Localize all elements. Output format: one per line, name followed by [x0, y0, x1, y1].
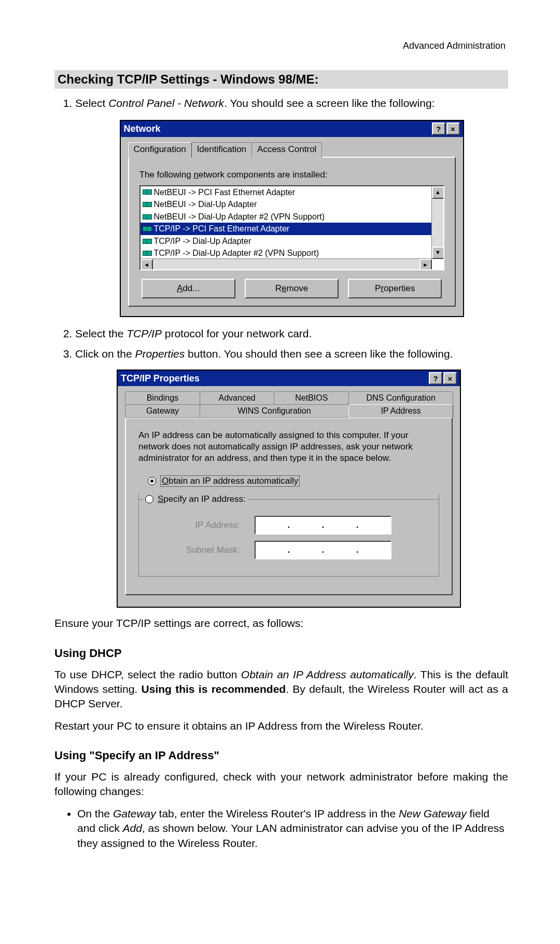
help-icon[interactable]: ? [432, 122, 445, 135]
network-dialog: Network ? × Configuration Identification… [120, 120, 464, 317]
rm-u: e [282, 283, 286, 293]
horizontal-scrollbar[interactable]: ◄ ► [141, 258, 432, 269]
dot: . [356, 520, 359, 530]
dot: . [287, 520, 290, 530]
properties-button[interactable]: Properties [348, 279, 442, 299]
list-item-label: NetBEUI -> Dial-Up Adapter #2 (VPN Suppo… [154, 211, 325, 223]
remove-button[interactable]: Remove [245, 279, 339, 299]
add-u: A [177, 283, 183, 293]
step1-text-c: . You should see a screen like the follo… [224, 97, 435, 109]
step3-a: Click on the [75, 348, 135, 360]
specify-heading: Using "Specify an IP Address" [54, 749, 508, 762]
dhcp-heading: Using DHCP [54, 647, 508, 660]
dot: . [287, 545, 290, 555]
network-title: Network [124, 122, 431, 135]
list-item[interactable]: NetBEUI -> Dial-Up Adapter #2 (VPN Suppo… [141, 211, 432, 223]
r1-rest: btain an IP address automatically [169, 476, 298, 486]
step2-c: protocol for your network card. [162, 327, 312, 339]
step2-a: Select the [75, 327, 127, 339]
dot: . [322, 520, 325, 530]
list-item-label: TCP/IP -> Dial-Up Adapter [154, 236, 251, 247]
dhcp-p1b: Obtain an IP Address automatically [241, 668, 414, 680]
step2-italic: TCP/IP [127, 327, 162, 339]
instr-a: The following [139, 170, 194, 180]
tab-ip-address[interactable]: IP Address [348, 404, 453, 418]
rm-a: R [275, 283, 282, 293]
list-item[interactable]: NetBEUI -> Dial-Up Adapter [141, 198, 432, 211]
instr-u: n [193, 170, 198, 180]
network-instr: The following network components are ins… [139, 169, 444, 181]
close-icon[interactable]: × [446, 122, 460, 135]
close-icon[interactable]: × [443, 372, 457, 385]
tab-advanced[interactable]: Advanced [200, 391, 275, 405]
tab-dns-configuration[interactable]: DNS Configuration [348, 391, 453, 405]
protocol-icon [143, 225, 152, 232]
tcpip-description: An IP address can be automatically assig… [138, 430, 439, 464]
list-item-label: TCP/IP -> Dial-Up Adapter #2 (VPN Suppor… [154, 248, 319, 259]
dhcp-p1d: Using this is recommended [142, 683, 286, 695]
step3-c: button. You should then see a screen lik… [185, 348, 453, 360]
pr-a: P [375, 283, 381, 293]
help-icon[interactable]: ? [429, 372, 442, 385]
add-button[interactable]: Add... [142, 279, 235, 299]
list-item-label: NetBEUI -> PCI Fast Ethernet Adapter [154, 187, 296, 198]
tab-wins-configuration[interactable]: WINS Configuration [200, 404, 349, 418]
scroll-up-icon[interactable]: ▲ [432, 186, 444, 199]
step-3: Click on the Properties button. You shou… [75, 347, 508, 361]
protocol-icon [143, 213, 152, 221]
radio-icon [148, 477, 156, 485]
radio-label-focus: Obtain an IP address automatically [160, 475, 300, 487]
ip-address-label: IP Address: [165, 520, 240, 530]
tcpip-titlebar: TCP/IP Properties ? × [118, 371, 460, 386]
protocol-icon [143, 250, 152, 257]
network-tab-panel: The following network components are ins… [128, 157, 456, 307]
radio-obtain-auto[interactable]: Obtain an IP address automatically [148, 475, 439, 487]
list-item[interactable]: TCP/IP -> Dial-Up Adapter [141, 235, 432, 248]
tab-netbios[interactable]: NetBIOS [274, 391, 349, 405]
r2-rest: pecify an IP address: [163, 494, 245, 504]
network-components-list[interactable]: NetBEUI -> PCI Fast Ethernet Adapter Net… [139, 185, 444, 270]
scroll-right-icon[interactable]: ► [419, 259, 432, 270]
tcpip-properties-dialog: TCP/IP Properties ? × Bindings Advanced … [117, 370, 461, 608]
step-2: Select the TCP/IP protocol for your netw… [75, 326, 508, 341]
dot: . [356, 545, 359, 555]
subnet-mask-input[interactable]: ... [255, 541, 391, 559]
section-heading: Checking TCP/IP Settings - Windows 98/ME… [54, 70, 508, 89]
step1-text-a: Select [75, 97, 108, 109]
vertical-scrollbar[interactable]: ▲ ▼ [431, 186, 443, 259]
dhcp-p1: To use DHCP, select the radio button Obt… [54, 667, 508, 712]
network-titlebar: Network ? × [121, 121, 463, 136]
tab-gateway[interactable]: Gateway [125, 404, 200, 418]
tab-access-control[interactable]: Access Control [251, 142, 322, 158]
tcpip-title: TCP/IP Properties [121, 373, 428, 384]
radio-icon [145, 495, 153, 503]
list-item-selected[interactable]: TCP/IP -> PCI Fast Ethernet Adapter [141, 223, 432, 235]
protocol-icon [143, 201, 152, 208]
dhcp-p1a: To use DHCP, select the radio button [54, 668, 241, 680]
step-1: Select Control Panel - Network. You shou… [75, 96, 508, 317]
step3-italic: Properties [135, 348, 185, 360]
tab-bindings[interactable]: Bindings [125, 391, 200, 405]
specify-bullets: On the Gateway tab, enter the Wireless R… [54, 806, 508, 851]
network-tabs: Configuration Identification Access Cont… [128, 142, 456, 158]
b1f: Add [123, 822, 142, 834]
scroll-left-icon[interactable]: ◄ [141, 259, 153, 270]
ensure-text: Ensure your TCP/IP settings are correct,… [54, 616, 508, 631]
radio-specify[interactable]: Specify an IP address: [143, 494, 248, 504]
specify-group: Specify an IP address: IP Address: ... S… [138, 494, 439, 577]
r2-u: S [158, 494, 163, 504]
scroll-down-icon[interactable]: ▼ [432, 247, 444, 259]
list-item[interactable]: NetBEUI -> PCI Fast Ethernet Adapter [141, 186, 432, 199]
protocol-icon [143, 188, 152, 196]
add-rest: dd... [183, 283, 200, 293]
b1b: Gateway [113, 808, 156, 819]
ip-address-input[interactable]: ... [255, 516, 391, 535]
list-item-label: TCP/IP -> PCI Fast Ethernet Adapter [154, 223, 290, 235]
subnet-mask-label: Subnet Mask: [165, 545, 240, 555]
tab-configuration[interactable]: Configuration [128, 142, 192, 158]
page-header-right: Advanced Administration [403, 40, 506, 51]
dot: . [322, 545, 325, 555]
tab-identification[interactable]: Identification [191, 142, 252, 158]
instruction-list: Select Control Panel - Network. You shou… [54, 96, 508, 361]
bullet-1: On the Gateway tab, enter the Wireless R… [77, 806, 508, 851]
